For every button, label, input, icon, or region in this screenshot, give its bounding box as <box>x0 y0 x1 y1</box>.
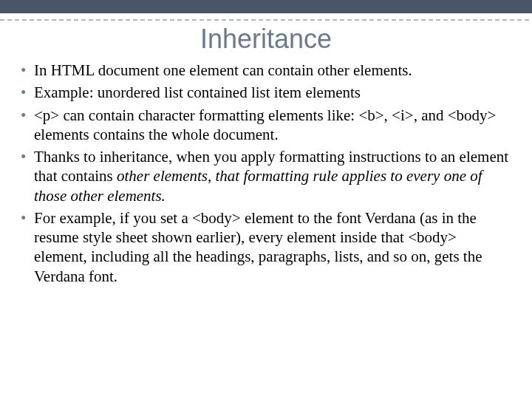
list-item: For example, if you set a <body> element… <box>21 208 511 286</box>
slide: Inheritance In HTML document one element… <box>0 0 532 399</box>
bullet-list: In HTML document one element can contain… <box>21 61 511 286</box>
list-item: <p> can contain character formatting ele… <box>21 106 511 145</box>
bullet-text: Example: unordered list contained list i… <box>34 83 361 101</box>
bullet-text: For example, if you set a <body> element… <box>34 209 482 285</box>
bullet-text: In HTML document one element can contain… <box>34 61 412 79</box>
header-rule <box>0 19 532 21</box>
header-bar <box>0 0 532 13</box>
content-area: In HTML document one element can contain… <box>0 61 532 286</box>
list-item: Example: unordered list contained list i… <box>21 83 511 102</box>
bullet-text: <p> can contain character formatting ele… <box>34 106 496 143</box>
list-item: In HTML document one element can contain… <box>21 61 511 80</box>
slide-title: Inheritance <box>0 24 532 55</box>
list-item: Thanks to inheritance, when you apply fo… <box>21 147 511 205</box>
